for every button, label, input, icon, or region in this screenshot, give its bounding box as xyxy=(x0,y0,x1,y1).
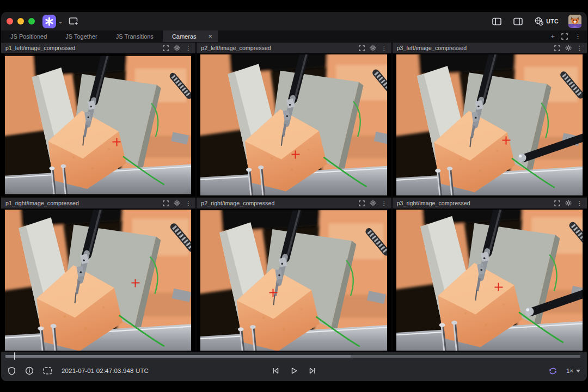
fullscreen-icon xyxy=(359,45,365,51)
loop-icon xyxy=(548,367,558,375)
tab-js-together[interactable]: JS Together xyxy=(56,30,107,42)
image-panel-p3-right: p3_right/image_compressed ⋮ xyxy=(393,198,587,352)
panel-settings-button[interactable] xyxy=(565,45,572,51)
foxglove-logo-icon xyxy=(45,17,54,26)
create-event-button[interactable] xyxy=(43,367,52,375)
add-panel-button[interactable] xyxy=(66,16,81,27)
tab-label: JS Together xyxy=(65,33,97,40)
play-icon xyxy=(290,367,298,375)
timeline-scrubber[interactable] xyxy=(5,352,583,360)
panel-settings-button[interactable] xyxy=(370,45,376,51)
camera-scene xyxy=(396,54,583,195)
right-sidebar-icon xyxy=(513,17,523,26)
panel-header[interactable]: p2_right/image_compressed ⋮ xyxy=(197,198,391,209)
gear-icon xyxy=(174,45,180,51)
kebab-icon: ⋮ xyxy=(574,32,581,40)
play-button[interactable] xyxy=(290,367,298,375)
titlebar: ⌄ xyxy=(1,12,587,30)
kebab-icon: ⋮ xyxy=(381,45,387,51)
image-panel-p3-left: p3_left/image_compressed ⋮ xyxy=(393,42,587,197)
gear-icon xyxy=(174,200,180,206)
panel-menu-button[interactable]: ⋮ xyxy=(185,45,191,51)
panel-header[interactable]: p3_left/image_compressed ⋮ xyxy=(393,42,587,53)
panel-menu-button[interactable]: ⋮ xyxy=(185,200,191,206)
scrub-track[interactable] xyxy=(5,355,580,358)
camera-image[interactable] xyxy=(393,209,587,352)
close-tab-icon[interactable]: × xyxy=(209,33,213,40)
camera-image[interactable] xyxy=(197,209,391,352)
image-panel-p1-right: p1_right/image_compressed ⋮ xyxy=(1,198,195,352)
fullscreen-button[interactable] xyxy=(359,45,365,51)
add-panel-icon xyxy=(69,17,79,26)
tab-js-transitions[interactable]: JS Transitions xyxy=(107,30,163,42)
expand-layout-button[interactable] xyxy=(559,32,570,41)
skip-back-icon xyxy=(272,367,279,375)
camera-scene xyxy=(200,54,387,195)
fullscreen-icon xyxy=(554,200,560,206)
fullscreen-button[interactable] xyxy=(163,45,169,51)
gear-icon xyxy=(565,200,572,206)
panel-menu-button[interactable]: ⋮ xyxy=(381,45,387,51)
app-menu-button[interactable] xyxy=(42,15,56,28)
panel-header[interactable]: p3_right/image_compressed ⋮ xyxy=(393,198,587,209)
panel-settings-button[interactable] xyxy=(370,200,376,206)
event-icon xyxy=(43,367,52,375)
tab-js-positioned[interactable]: JS Positioned xyxy=(1,30,56,42)
fullscreen-button[interactable] xyxy=(554,200,560,206)
panel-settings-button[interactable] xyxy=(565,200,572,206)
panel-settings-button[interactable] xyxy=(174,45,180,51)
data-source-button[interactable] xyxy=(8,366,16,376)
fullscreen-button[interactable] xyxy=(163,200,169,206)
expand-icon xyxy=(561,33,568,40)
panel-title: p2_right/image_compressed xyxy=(201,200,274,206)
panel-menu-button[interactable]: ⋮ xyxy=(577,200,583,206)
panel-settings-button[interactable] xyxy=(174,200,180,206)
tab-label: JS Transitions xyxy=(116,33,154,40)
caret-down-icon xyxy=(576,370,580,372)
skip-forward-icon xyxy=(309,367,316,375)
kebab-icon: ⋮ xyxy=(577,200,583,206)
source-info-button[interactable] xyxy=(25,366,34,375)
playback-speed-button[interactable]: 1× xyxy=(566,367,580,374)
tab-label: Cameras xyxy=(172,33,197,40)
timezone-button[interactable]: UTC xyxy=(532,16,561,27)
panel-header[interactable]: p1_left/image_compressed ⋮ xyxy=(1,42,195,53)
camera-image[interactable] xyxy=(197,53,391,197)
fox-avatar-icon xyxy=(568,15,581,28)
kebab-icon: ⋮ xyxy=(185,200,191,206)
info-icon xyxy=(25,366,34,375)
minimize-window-button[interactable] xyxy=(17,18,24,24)
gear-icon xyxy=(370,200,376,206)
camera-image[interactable] xyxy=(1,209,195,352)
camera-scene xyxy=(5,210,191,351)
camera-image[interactable] xyxy=(1,53,195,197)
kebab-icon: ⋮ xyxy=(381,200,387,206)
right-sidebar-toggle[interactable] xyxy=(511,16,525,27)
panel-title: p3_right/image_compressed xyxy=(397,200,470,206)
seek-backward-button[interactable] xyxy=(272,367,279,375)
zoom-window-button[interactable] xyxy=(28,18,35,24)
tabbar-menu-button[interactable]: ⋮ xyxy=(572,31,584,41)
avatar[interactable] xyxy=(568,15,581,28)
tab-cameras[interactable]: Cameras × xyxy=(163,30,218,42)
image-panel-p2-left: p2_left/image_compressed ⋮ xyxy=(197,42,391,197)
layout-tabbar: JS Positioned JS Together JS Transitions… xyxy=(1,30,587,42)
speed-label: 1× xyxy=(566,367,573,374)
left-sidebar-toggle[interactable] xyxy=(490,16,504,27)
close-window-button[interactable] xyxy=(7,18,13,24)
panel-menu-button[interactable]: ⋮ xyxy=(381,200,387,206)
add-tab-button[interactable]: + xyxy=(548,31,557,41)
panel-grid: p1_left/image_compressed ⋮ p2_left/image… xyxy=(1,42,587,352)
panel-menu-button[interactable]: ⋮ xyxy=(577,45,583,51)
camera-image[interactable] xyxy=(393,53,587,197)
fullscreen-button[interactable] xyxy=(554,45,560,51)
panel-header[interactable]: p2_left/image_compressed ⋮ xyxy=(197,42,391,53)
panel-header[interactable]: p1_right/image_compressed ⋮ xyxy=(1,198,195,209)
seek-forward-button[interactable] xyxy=(309,367,316,375)
loop-button[interactable] xyxy=(548,367,558,375)
shield-icon xyxy=(8,366,16,376)
panel-title: p3_left/image_compressed xyxy=(397,45,467,51)
camera-scene xyxy=(200,210,387,351)
fullscreen-button[interactable] xyxy=(359,200,365,206)
chevron-down-icon[interactable]: ⌄ xyxy=(58,19,63,24)
